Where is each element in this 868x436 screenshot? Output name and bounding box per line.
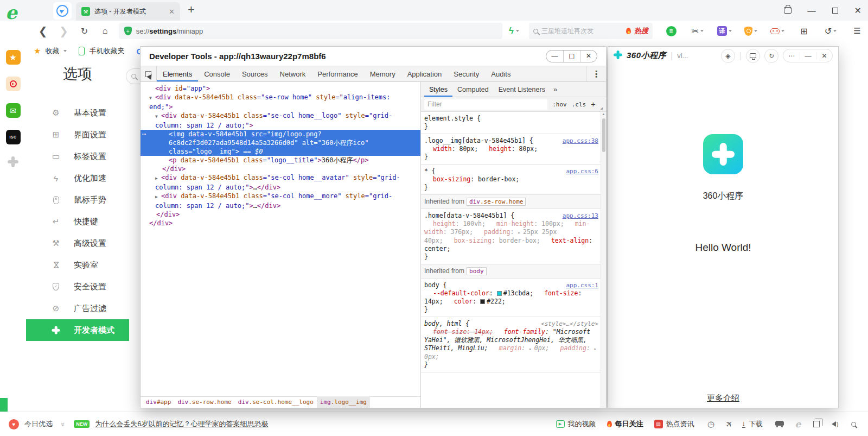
stylesheet-source-link[interactable]: <style>…</style>: [541, 320, 598, 328]
styles-scrollbar[interactable]: [601, 112, 606, 408]
dom-node[interactable]: ▶<div data-v-584e45b1 class="se-col home…: [141, 173, 420, 192]
styles-tabs-overflow-icon[interactable]: »: [550, 85, 560, 93]
window-maximize-button[interactable]: [832, 8, 838, 14]
isc-rail-button[interactable]: ISC: [6, 130, 21, 144]
stylesheet-source-link[interactable]: app.css:38: [563, 137, 598, 145]
tab-close-icon[interactable]: ✕: [169, 8, 175, 16]
double-chevron-icon[interactable]: »: [59, 422, 67, 426]
boost-button[interactable]: ✈: [724, 419, 736, 429]
css-property[interactable]: --default-color: #13cbda;: [424, 289, 535, 297]
mute-button[interactable]: ): [829, 421, 841, 427]
rule-selector[interactable]: body, html {: [424, 320, 541, 328]
ie-mode-button[interactable]: e: [792, 419, 804, 429]
speed-mode-button[interactable]: ϟ: [509, 26, 519, 36]
translate-button[interactable]: 译: [713, 26, 735, 36]
styles-tab-computed[interactable]: Computed: [452, 82, 494, 97]
inherited-node-link[interactable]: body: [467, 267, 487, 275]
css-property[interactable]: box-sizing: border-box;: [445, 237, 542, 244]
my-videos-button[interactable]: ▶我的视频: [556, 419, 596, 429]
security-wallet-button[interactable]: [740, 27, 762, 36]
settings-menu-item[interactable]: ⚒高级设置: [26, 232, 129, 254]
settings-menu-item[interactable]: 开发者模式: [26, 319, 129, 341]
devtools-maximize-button[interactable]: ▢: [563, 50, 580, 62]
news-headline-link[interactable]: 为什么会丢失6岁以前的记忆？心理学家的答案细思恐极: [95, 419, 268, 429]
devtools-minimize-button[interactable]: —: [546, 50, 563, 62]
dom-node[interactable]: <p data-v-584e45b1 class="logo__title">3…: [141, 156, 420, 165]
rule-selector[interactable]: * {: [424, 167, 566, 175]
daily-follow-button[interactable]: 每日关注: [607, 419, 643, 429]
breadcrumb-item[interactable]: div#app: [143, 396, 174, 408]
devtools-close-button[interactable]: ✕: [580, 50, 597, 62]
site-security-shield-icon[interactable]: +: [124, 27, 132, 35]
rule-selector[interactable]: element.style {: [424, 115, 601, 123]
history-button[interactable]: ◷: [705, 419, 717, 429]
settings-menu-item[interactable]: ⚙基本设置: [26, 102, 129, 124]
settings-menu-item[interactable]: ▭标签设置: [26, 146, 129, 167]
css-property[interactable]: color: #222;: [445, 298, 508, 305]
miniapp-more-link[interactable]: 更多介绍: [608, 393, 838, 403]
pinned-miniapp-button[interactable]: [53, 2, 72, 20]
stylesheet-source-link[interactable]: app.css:6: [566, 167, 598, 175]
miniapp-more-button[interactable]: ⋯: [783, 52, 800, 60]
mail-rail-button[interactable]: ✉: [6, 103, 21, 118]
css-property[interactable]: height: 100vh;: [424, 220, 488, 228]
hot-search-label[interactable]: 热搜: [634, 26, 648, 36]
devtools-tab-audits[interactable]: Audits: [485, 66, 516, 81]
favorites-label[interactable]: 收藏: [45, 46, 59, 56]
css-property[interactable]: width: 80px;: [424, 145, 480, 153]
node-options-icon[interactable]: ⋯: [142, 130, 146, 138]
breadcrumb-item[interactable]: div.se-col.home__logo: [235, 396, 317, 408]
inspect-element-button[interactable]: [141, 66, 157, 81]
devtools-tab-security[interactable]: Security: [448, 66, 485, 81]
dom-node[interactable]: ▶<div data-v-584e45b1 class="se-col home…: [141, 192, 420, 210]
css-property[interactable]: font-size: 14px;: [424, 328, 495, 336]
download-button[interactable]: ↓下载: [742, 419, 763, 429]
multi-window-button[interactable]: [810, 421, 822, 427]
settings-menu-item[interactable]: ⊘广告过滤: [26, 298, 129, 319]
css-property[interactable]: box-sizing: border-box;: [424, 175, 521, 183]
expand-arrow-open-icon[interactable]: ▼: [149, 94, 155, 103]
rule-selector[interactable]: body {: [424, 281, 566, 289]
devtools-tab-performance[interactable]: Performance: [311, 66, 363, 81]
settings-menu-item[interactable]: ⊞界面设置: [26, 124, 129, 146]
address-bar[interactable]: + se://settings/miniapp: [119, 23, 502, 39]
styles-tab-event-listeners[interactable]: Event Listeners: [494, 82, 550, 97]
scrollbar-thumb[interactable]: [602, 118, 605, 152]
rule-selector[interactable]: .home[data-v-584e45b1] {: [424, 212, 563, 220]
miniapp-refresh-button[interactable]: ↻: [764, 49, 778, 63]
games-button[interactable]: [767, 28, 788, 34]
miniapp-about-button[interactable]: ◈: [721, 49, 735, 63]
breadcrumb-item[interactable]: div.se-row.home: [174, 396, 234, 408]
settings-menu-item[interactable]: ↵快捷键: [26, 211, 129, 232]
favorites-rail-button[interactable]: ★: [6, 50, 21, 65]
search-box[interactable]: 三星堆遗址再次发 热搜: [529, 23, 653, 39]
settings-menu-item[interactable]: ✓安全设置: [26, 276, 129, 298]
inherited-node-link[interactable]: div.se-row.home: [467, 198, 526, 206]
miniapp-header[interactable]: 360小程序 | vi... ◈ | ↻ ⋯ — ✕: [608, 47, 838, 65]
hot-news-button[interactable]: ▤热点资讯: [654, 419, 694, 429]
shopping-bag-icon[interactable]: [784, 7, 792, 14]
dom-node[interactable]: </div>: [141, 165, 420, 173]
daily-picks-label[interactable]: 今日优选: [24, 419, 53, 429]
devtools-title-bar[interactable]: Developer Tools - app://qh13waury22p7m8b…: [141, 47, 606, 66]
reload-button[interactable]: ↻: [74, 26, 94, 36]
styles-tab-styles[interactable]: Styles: [424, 82, 452, 97]
window-close-button[interactable]: ✕: [854, 5, 861, 16]
css-property[interactable]: margin: ▸ 0px;: [490, 344, 552, 352]
car-mode-button[interactable]: [774, 422, 786, 426]
expand-arrow-open-icon[interactable]: ▼: [155, 112, 161, 121]
expand-arrow-closed-icon[interactable]: ▶: [155, 174, 161, 183]
class-toggle[interactable]: .cls: [572, 101, 586, 108]
stylesheet-source-link[interactable]: app.css:13: [563, 212, 598, 220]
dom-node[interactable]: <div id="app">: [141, 84, 420, 93]
devtools-tab-elements[interactable]: Elements: [157, 66, 198, 81]
home-button[interactable]: ⌂: [95, 26, 116, 36]
dom-node[interactable]: ▼<div data-v-584e45b1 class="se-col home…: [141, 111, 420, 130]
devtools-more-menu[interactable]: ⋮: [586, 66, 606, 81]
miniapp-rail-button[interactable]: [8, 156, 18, 169]
devtools-tab-memory[interactable]: Memory: [364, 66, 401, 81]
rule-selector[interactable]: .logo__img[data-v-584e45b1] {: [424, 137, 563, 145]
forward-button[interactable]: ❯: [53, 24, 74, 37]
dom-node-selected[interactable]: ⋯<img data-v-584e45b1 src="img/logo.png?…: [141, 130, 420, 156]
stylesheet-source-link[interactable]: app.css:1: [566, 281, 598, 289]
